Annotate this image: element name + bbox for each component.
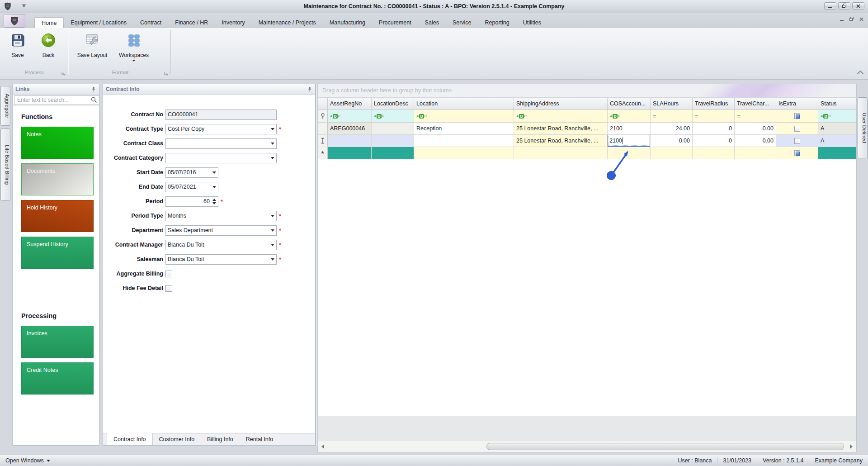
restore-button[interactable] — [838, 2, 850, 10]
ribbon-tab-reporting[interactable]: Reporting — [478, 17, 516, 28]
dialog-launcher-icon[interactable] — [61, 71, 66, 75]
field-end-date[interactable]: 05/07/2021 — [165, 182, 218, 192]
field-contract-no[interactable]: CO0000041 — [165, 109, 277, 120]
ribbon-tab-manufacturing[interactable]: Manufacturing — [323, 17, 372, 28]
workspaces-button[interactable]: Workspaces — [114, 31, 153, 66]
dialog-launcher-icon[interactable] — [164, 71, 168, 75]
checkbox-aggregate-billing[interactable] — [165, 271, 172, 277]
ribbon-tab-home[interactable]: Home — [34, 17, 64, 28]
close-button[interactable] — [852, 2, 864, 10]
combo-arrow-icon[interactable] — [212, 171, 216, 174]
grid-cell-slahours[interactable]: 0.00 — [651, 135, 693, 147]
column-header-location[interactable]: Location — [414, 98, 514, 109]
filter-cell-isextra[interactable] — [776, 110, 818, 122]
filter-cell-locationdesc[interactable]: ABC — [372, 110, 414, 122]
grid-cell-locationdesc[interactable] — [372, 135, 414, 147]
grid-cell-isextra[interactable] — [776, 135, 818, 147]
column-header-status[interactable]: Status — [818, 98, 856, 109]
tab-customer-info[interactable]: Customer Info — [153, 433, 201, 445]
ribbon-tab-service[interactable]: Service — [446, 17, 478, 28]
ribbon-tab-sales[interactable]: Sales — [418, 17, 446, 28]
field-department[interactable]: Sales Department — [165, 225, 277, 236]
link-button-hold-history[interactable]: Hold History — [21, 200, 94, 232]
qat-dropdown-icon[interactable] — [21, 3, 27, 10]
grid-cell-assetregno[interactable]: AREG000046 — [328, 123, 372, 134]
grid-cell-travelchar[interactable]: 0.00 — [735, 123, 776, 134]
filter-cell-location[interactable]: ABC — [414, 110, 514, 122]
field-contract-type[interactable]: Cost Per Copy — [165, 124, 277, 134]
back-button[interactable]: Back — [34, 31, 62, 66]
grid-group-panel[interactable]: Drag a column header here to group by th… — [318, 84, 856, 98]
field-period[interactable]: 60 — [165, 196, 218, 207]
scroll-right-button[interactable] — [849, 444, 854, 449]
combo-arrow-icon[interactable] — [271, 258, 274, 261]
ribbon-restore-button[interactable] — [849, 17, 854, 21]
link-button-notes[interactable]: Notes — [21, 127, 94, 159]
active-cell-editor[interactable]: 2100 — [608, 135, 651, 147]
app-menu-button[interactable] — [4, 14, 25, 28]
filter-cell-slahours[interactable]: = — [651, 110, 693, 122]
field-start-date[interactable]: 05/07/2016 — [165, 167, 218, 178]
pin-icon[interactable] — [91, 86, 96, 92]
grid-cell-cosaccoun[interactable]: 2100 — [608, 135, 651, 147]
grid-cell-shippingaddress[interactable] — [514, 147, 608, 159]
link-button-suspend-history[interactable]: Suspend History — [21, 237, 94, 269]
field-salesman[interactable]: Bianca Du Toit — [165, 254, 277, 265]
checkbox-hide-fee-detail[interactable] — [165, 285, 172, 292]
open-windows-button[interactable]: Open Windows — [0, 457, 56, 464]
field-contract-class[interactable] — [165, 138, 277, 149]
filter-cell-status[interactable]: ABC — [818, 110, 856, 122]
grid-horizontal-scrollbar[interactable] — [318, 441, 856, 452]
link-button-credit-notes[interactable]: Credit Notes — [21, 362, 94, 395]
ribbon-tab-inventory[interactable]: Inventory — [215, 17, 251, 28]
grid-cell-locationdesc[interactable] — [372, 147, 414, 159]
column-header-assetregno[interactable]: AssetRegNo — [328, 98, 372, 109]
ribbon-tab-equipment-locations[interactable]: Equipment / Locations — [64, 17, 133, 28]
grid-cell-travelradius[interactable]: 0 — [693, 123, 735, 134]
save-layout-button[interactable]: Save Layout — [73, 31, 112, 66]
grid-cell-location[interactable]: Reception — [414, 123, 514, 134]
grid-cell-travelchar[interactable]: 0.00 — [735, 135, 776, 147]
column-header-travelchar[interactable]: TravelChar... — [735, 98, 776, 109]
sidebar-tab-aggregate[interactable]: Aggregate — [0, 86, 10, 126]
combo-arrow-icon[interactable] — [271, 143, 274, 145]
grid-cell-travelchar[interactable] — [735, 147, 776, 159]
column-header-isextra[interactable]: IsExtra — [776, 98, 818, 109]
field-contract-category[interactable] — [165, 153, 277, 163]
grid-cell-status[interactable]: A — [818, 123, 856, 134]
ribbon-tab-contract[interactable]: Contract — [133, 17, 168, 28]
filter-cell-shippingaddress[interactable]: ABC — [514, 110, 608, 122]
field-contract-manager[interactable]: Bianca Du Toit — [165, 240, 277, 250]
grid-cell-locationdesc[interactable] — [372, 123, 414, 134]
ribbon-close-button[interactable] — [859, 17, 863, 21]
ribbon-tab-procurement[interactable]: Procurement — [372, 17, 418, 28]
ribbon-collapse-button[interactable] — [856, 69, 864, 76]
ribbon-minimize-button[interactable] — [840, 17, 844, 21]
grid-cell-shippingaddress[interactable]: 25 Lonestar Road, Ranchville, ... — [514, 123, 608, 134]
grid-cell-travelradius[interactable] — [693, 147, 735, 159]
grid-cell-status[interactable]: A — [818, 135, 856, 147]
combo-arrow-icon[interactable] — [271, 215, 274, 217]
grid-cell-travelradius[interactable]: 0 — [693, 135, 735, 147]
tab-billing-info[interactable]: Billing Info — [201, 433, 240, 445]
grid-cell-assetregno[interactable] — [328, 135, 372, 147]
grid-cell-cosaccoun[interactable]: 2100 — [608, 123, 651, 134]
grid-cell-slahours[interactable]: 24.00 — [651, 123, 693, 134]
grid-row[interactable]: AREG000046Reception25 Lonestar Road, Ran… — [318, 123, 856, 135]
grid-cell-location[interactable] — [414, 135, 514, 147]
grid-cell-slahours[interactable] — [651, 147, 693, 159]
field-period-type[interactable]: Months — [165, 211, 277, 221]
combo-arrow-icon[interactable] — [212, 186, 216, 188]
spin-buttons[interactable] — [212, 199, 216, 204]
column-header-shippingaddress[interactable]: ShippingAddress — [514, 98, 608, 109]
save-button[interactable]: Save — [4, 31, 32, 66]
sidebar-tab-user-defined[interactable]: User Defined — [858, 97, 868, 158]
column-header-cosaccoun[interactable]: COSAccoun... — [608, 98, 651, 109]
combo-arrow-icon[interactable] — [271, 229, 274, 232]
combo-arrow-icon[interactable] — [271, 157, 274, 159]
column-header-travelradius[interactable]: TravelRadius — [693, 98, 735, 109]
grid-cell-location[interactable] — [414, 147, 514, 159]
grid-row[interactable]: 25 Lonestar Road, Ranchville, ...21000.0… — [318, 135, 856, 147]
combo-arrow-icon[interactable] — [271, 244, 274, 246]
link-button-documents[interactable]: Documents — [21, 163, 94, 195]
